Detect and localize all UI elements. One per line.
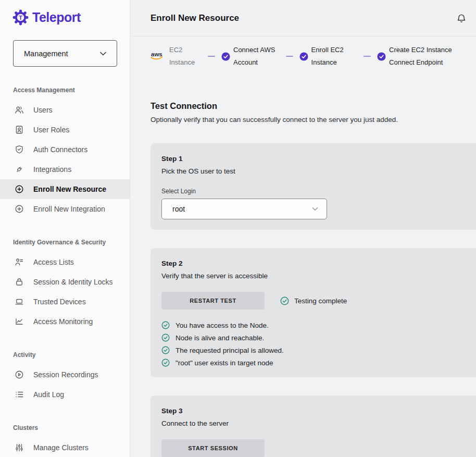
sidebar: T Teleport Management Access Management …	[0, 0, 130, 457]
check-item-label: You have access to the Node.	[176, 322, 269, 329]
step3-title: Step 3	[161, 406, 476, 416]
sidebar-item-label: Session Recordings	[33, 370, 98, 379]
step3-description: Connect to the server	[161, 418, 476, 429]
nav-section-access-management: Access Management Users User Roles Auth …	[0, 80, 130, 219]
teleport-logo[interactable]: T Teleport	[0, 0, 130, 26]
sidebar-item-label: Access Monitoring	[33, 317, 93, 326]
login-select[interactable]: root	[161, 199, 327, 219]
sidebar-item-enroll-new-resource[interactable]: Enroll New Resource	[0, 179, 130, 199]
restart-test-button[interactable]: RESTART TEST	[161, 292, 265, 310]
section-title: Test Connection	[151, 101, 476, 111]
nav-section-header: Clusters	[0, 418, 130, 438]
app-root: T Teleport Management Access Management …	[0, 0, 476, 457]
step-complete-icon	[377, 52, 386, 61]
nav-section-header: Identity Governance & Security	[0, 232, 130, 252]
stepper-connector	[208, 56, 215, 57]
check-circle-icon	[161, 346, 170, 354]
start-session-button[interactable]: START SESSION	[161, 439, 265, 457]
sidebar-item-access-lists[interactable]: Access Lists	[0, 252, 130, 272]
sidebar-item-user-roles[interactable]: User Roles	[0, 120, 130, 140]
id-card-icon	[15, 125, 24, 134]
list-icon	[15, 390, 24, 399]
sidebar-item-label: Manage Clusters	[33, 443, 89, 452]
nav-section-activity: Activity Session Recordings Audit Log	[0, 345, 130, 404]
sidebar-item-label: User Roles	[33, 126, 69, 134]
sidebar-item-integrations[interactable]: Integrations	[0, 159, 130, 179]
sidebar-item-auth-connectors[interactable]: Auth Connectors	[0, 140, 130, 159]
sidebar-item-trusted-devices[interactable]: Trusted Devices	[0, 292, 130, 312]
enroll-stepper: aws EC2 Instance Connect AWS Account Enr…	[130, 36, 476, 75]
stepper-connector	[286, 56, 293, 57]
stepper-step-label[interactable]: Create EC2 Instance Connect Endpoint	[389, 44, 476, 69]
section-subtitle: Optionally verify that you can successfu…	[151, 116, 476, 123]
sidebar-item-label: Access Lists	[33, 258, 74, 266]
check-item-label: "root" user exists in target node	[176, 359, 273, 367]
check-item: Node is alive and reachable.	[161, 334, 476, 342]
lock-icon	[15, 277, 24, 287]
sidebar-item-manage-clusters[interactable]: Manage Clusters	[0, 438, 130, 457]
nav-section-header: Access Management	[0, 80, 130, 100]
sidebar-item-label: Enroll New Integration	[33, 205, 105, 213]
management-dropdown-value: Management	[24, 50, 68, 58]
stepper-connector	[364, 56, 371, 57]
stepper-step-label[interactable]: Connect AWS Account	[233, 44, 280, 69]
sidebar-item-session-recordings[interactable]: Session Recordings	[0, 365, 130, 385]
sidebar-item-access-monitoring[interactable]: Access Monitoring	[0, 312, 130, 331]
plus-circle-icon	[15, 184, 24, 194]
sidebar-item-label: Integrations	[33, 165, 71, 174]
sidebar-item-enroll-new-integration[interactable]: Enroll New Integration	[0, 199, 130, 219]
plug-icon	[15, 165, 24, 174]
login-select-value: root	[172, 205, 185, 213]
users-icon	[15, 105, 24, 115]
step1-card: Step 1 Pick the OS user to test Select L…	[151, 143, 476, 230]
check-item-label: Node is alive and reachable.	[176, 334, 264, 342]
svg-text:aws: aws	[151, 51, 162, 57]
chevron-down-icon	[98, 48, 108, 59]
sidebar-item-label: Auth Connectors	[33, 145, 87, 154]
step1-title: Step 1	[161, 154, 476, 164]
sidebar-item-audit-log[interactable]: Audit Log	[0, 385, 130, 404]
stepper-step-label[interactable]: Enroll EC2 Instance	[311, 44, 358, 69]
check-circle-icon	[161, 359, 170, 367]
laptop-icon	[15, 297, 24, 306]
sidebar-item-label: Users	[33, 106, 53, 114]
sidebar-item-users[interactable]: Users	[0, 100, 130, 120]
testing-status-label: Testing complete	[294, 297, 347, 305]
testing-status: Testing complete	[280, 297, 347, 305]
nav-section-header: Activity	[0, 345, 130, 365]
play-circle-icon	[15, 370, 24, 379]
main-area: Enroll New Resource aws EC2 Instance	[130, 0, 476, 457]
check-circle-icon	[280, 297, 289, 305]
notifications-bell-icon[interactable]	[456, 13, 467, 23]
management-dropdown[interactable]: Management	[13, 40, 117, 67]
sliders-icon	[15, 443, 24, 452]
select-login-label: Select Login	[161, 188, 476, 195]
step2-description: Verify that the server is accessible	[161, 271, 476, 281]
sidebar-item-label: Session & Identity Locks	[33, 278, 113, 286]
check-circle-icon	[161, 321, 170, 329]
step-complete-icon	[221, 52, 230, 61]
check-item: "root" user exists in target node	[161, 359, 476, 367]
aws-logo: aws	[150, 50, 165, 63]
check-item-label: The requested principal is allowed.	[176, 347, 284, 354]
check-item: You have access to the Node.	[161, 321, 476, 329]
step-complete-icon	[299, 52, 308, 61]
step1-description: Pick the OS user to test	[161, 166, 476, 177]
step3-card: Step 3 Connect to the server START SESSI…	[151, 396, 476, 457]
sidebar-item-session-identity-locks[interactable]: Session & Identity Locks	[0, 272, 130, 292]
test-connection-section: Test Connection Optionally verify that y…	[130, 75, 476, 457]
step2-title: Step 2	[161, 258, 476, 269]
check-circle-icon	[161, 334, 170, 342]
step2-card: Step 2 Verify that the server is accessi…	[151, 248, 476, 377]
test-row: RESTART TEST Testing complete	[161, 292, 476, 310]
person-list-icon	[15, 257, 24, 267]
topbar: Enroll New Resource	[130, 0, 476, 36]
stepper-provider: aws EC2 Instance	[150, 44, 202, 69]
shield-check-icon	[15, 145, 24, 154]
check-list: You have access to the Node. Node is ali…	[161, 321, 476, 367]
page-title: Enroll New Resource	[151, 13, 239, 23]
teleport-wordmark: Teleport	[32, 10, 81, 25]
nav-section-clusters: Clusters Manage Clusters	[0, 418, 130, 457]
chevron-down-icon	[310, 204, 320, 214]
nav-section-identity-governance: Identity Governance & Security Access Li…	[0, 232, 130, 331]
